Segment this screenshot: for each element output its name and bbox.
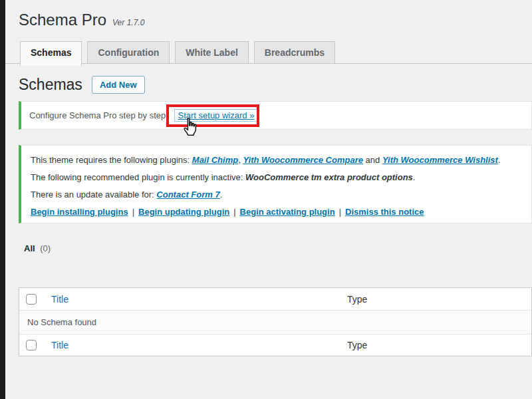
- dismiss-notice-link[interactable]: Dismiss this notice: [345, 207, 424, 217]
- table-footer-row: Title Type: [19, 334, 531, 356]
- setup-wizard-notice: Configure Schema Pro step by step. Start…: [19, 101, 532, 130]
- heading-row: Schemas Add New: [19, 76, 145, 94]
- separator-text: and: [363, 155, 382, 165]
- tgmpa-plugin-notice: This theme requires the following plugin…: [19, 145, 532, 223]
- add-new-button[interactable]: Add New: [92, 76, 145, 94]
- schemas-heading: Schemas: [19, 76, 82, 94]
- table-header-row: Title Type: [19, 288, 531, 310]
- yith-compare-link[interactable]: Yith Woocommerce Compare: [243, 155, 363, 165]
- tab-white-label[interactable]: White Label: [175, 41, 249, 63]
- table-empty-row: No Schema found: [19, 310, 531, 334]
- yith-wishlist-link[interactable]: Yith Woocommerce Wishlist: [382, 155, 498, 165]
- update-available-line: There is an update available for: Contac…: [31, 190, 522, 200]
- notice-actions-line: Begin installing plugins|Begin updating …: [31, 207, 522, 217]
- tab-breadcrumbs[interactable]: Breadcrumbs: [254, 41, 335, 63]
- inactive-plugin-line: The following recommended plugin is curr…: [31, 172, 522, 182]
- pipe-separator: |: [339, 207, 341, 217]
- start-setup-wizard-link[interactable]: Start setup wizard »: [174, 109, 257, 122]
- column-title-footer: Title: [51, 340, 347, 350]
- required-plugins-line: This theme requires the following plugin…: [31, 155, 522, 165]
- page-title: Schema ProVer 1.7.0: [19, 11, 144, 29]
- nav-tabs: Schemas Configuration White Label Breadc…: [20, 41, 335, 66]
- plugin-version: Ver 1.7.0: [112, 18, 144, 27]
- update-available-text: There is an update available for:: [31, 190, 156, 200]
- inactive-plugin-name: WooCommerce tm extra product options: [245, 172, 413, 182]
- tab-configuration[interactable]: Configuration: [87, 41, 170, 63]
- begin-installing-plugins-link[interactable]: Begin installing plugins: [31, 207, 128, 217]
- title-sort-link-footer[interactable]: Title: [51, 340, 68, 350]
- tab-schemas[interactable]: Schemas: [20, 41, 82, 66]
- screen-edge-strip: [0, 0, 5, 399]
- inactive-plugin-text: The following recommended plugin is curr…: [31, 172, 245, 182]
- no-schema-found-text: No Schema found: [27, 317, 96, 327]
- pipe-separator: |: [132, 207, 134, 217]
- filter-all-link[interactable]: All: [24, 243, 35, 253]
- period-text: .: [498, 155, 501, 165]
- period-text: .: [220, 190, 223, 200]
- title-sort-link[interactable]: Title: [51, 294, 68, 305]
- setup-notice-text: Configure Schema Pro step by step.: [29, 110, 168, 120]
- column-title-header: Title: [51, 294, 347, 305]
- filter-all-count: (0): [40, 243, 51, 253]
- begin-activating-plugin-link[interactable]: Begin activating plugin: [240, 207, 335, 217]
- required-plugins-text: This theme requires the following plugin…: [31, 155, 192, 165]
- mail-chimp-link[interactable]: Mail Chimp: [192, 155, 238, 165]
- schemas-table: Title Type No Schema found Title Type: [19, 287, 532, 356]
- select-all-checkbox-footer[interactable]: [26, 340, 37, 350]
- pipe-separator: |: [233, 207, 235, 217]
- begin-updating-plugin-link[interactable]: Begin updating plugin: [138, 207, 229, 217]
- period-text: .: [413, 172, 416, 182]
- list-filter: All (0): [24, 243, 51, 253]
- contact-form-7-link[interactable]: Contact Form 7: [156, 190, 219, 200]
- column-type-footer: Type: [347, 340, 525, 350]
- column-type-header: Type: [347, 294, 525, 305]
- select-all-checkbox[interactable]: [26, 294, 37, 305]
- plugin-name: Schema Pro: [19, 11, 106, 29]
